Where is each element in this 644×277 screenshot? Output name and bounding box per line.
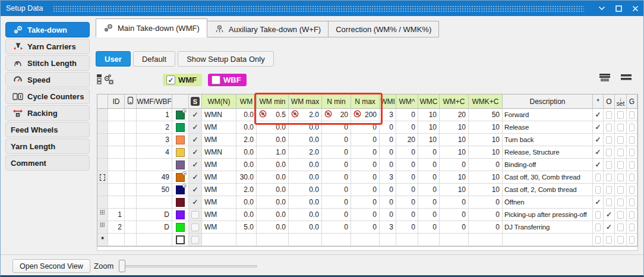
- col-header-id[interactable]: ID: [108, 95, 125, 109]
- cell-n_min[interactable]: 0: [322, 171, 351, 184]
- col-header-n_min[interactable]: N min: [322, 95, 351, 109]
- cell-desc[interactable]: Binding-off: [503, 159, 593, 171]
- cell-o[interactable]: [604, 159, 615, 171]
- cell-desc[interactable]: DJ Transferring: [503, 221, 593, 234]
- wmf-checkbox[interactable]: ✓: [166, 75, 175, 84]
- cell-dev[interactable]: [125, 146, 137, 159]
- cell-wm_min[interactable]: 0.0: [257, 209, 289, 221]
- cell-o[interactable]: [604, 109, 615, 121]
- cell-wm_min[interactable]: 0.0: [257, 184, 289, 196]
- cell-wm_c[interactable]: 10: [440, 121, 469, 134]
- cell-wmi[interactable]: [380, 234, 396, 246]
- cell-wm_c[interactable]: 10: [440, 184, 469, 196]
- cell-n_min[interactable]: 0: [322, 209, 351, 221]
- cell-wmn[interactable]: WM: [202, 159, 236, 171]
- col-header-star[interactable]: *: [593, 95, 604, 109]
- sidebar-item-speed[interactable]: Speed: [5, 72, 90, 87]
- cell-wmc[interactable]: 0: [418, 171, 440, 184]
- tab-auxiliary-take-down-w-f[interactable]: Auxiliary Take-down (W+F): [207, 21, 329, 37]
- column-config-icon[interactable]: [96, 74, 103, 87]
- cell-set[interactable]: [615, 184, 627, 196]
- cell-id[interactable]: [108, 109, 125, 121]
- cell-s[interactable]: ✓: [189, 146, 202, 159]
- cell-wm[interactable]: 0.0: [236, 196, 257, 209]
- row-selector[interactable]: [97, 221, 108, 234]
- row-selector[interactable]: [97, 196, 108, 209]
- cell-desc[interactable]: Release, Structure: [503, 146, 593, 159]
- cell-wmk_c[interactable]: 10: [469, 146, 503, 159]
- cell-s[interactable]: ✓: [189, 109, 202, 121]
- cell-wm_max[interactable]: 0.0: [289, 171, 322, 184]
- col-header-g[interactable]: G: [627, 95, 637, 109]
- cell-id[interactable]: [108, 134, 125, 146]
- cell-color[interactable]: [172, 121, 189, 134]
- cell-wmk_c[interactable]: 50: [469, 109, 503, 121]
- cell-n_max[interactable]: 0: [351, 209, 380, 221]
- row-selector[interactable]: [97, 109, 108, 121]
- cell-wm_min[interactable]: 0.0: [257, 171, 289, 184]
- cell-g[interactable]: [627, 146, 637, 159]
- cell-wm[interactable]: 2.0: [236, 184, 257, 196]
- col-header-wmi[interactable]: WMI: [380, 95, 396, 109]
- user-button[interactable]: User: [96, 51, 131, 67]
- cell-o[interactable]: [604, 134, 615, 146]
- sidebar-item-stitch-length[interactable]: Stitch Length: [5, 55, 90, 71]
- cell-n_max[interactable]: 0: [351, 159, 380, 171]
- col-header-set[interactable]: ↓set: [615, 95, 627, 109]
- default-button[interactable]: Default: [133, 51, 175, 67]
- cell-n_min[interactable]: 0: [322, 196, 351, 209]
- cell-n_min[interactable]: 0: [322, 221, 351, 234]
- cell-color[interactable]: [172, 184, 189, 196]
- cell-color[interactable]: [172, 171, 189, 184]
- cell-wm_c[interactable]: 10: [440, 134, 469, 146]
- cell-s[interactable]: [189, 209, 202, 221]
- cell-wmi[interactable]: 0: [380, 184, 396, 196]
- cell-wmfwbf[interactable]: 49: [137, 171, 172, 184]
- cell-id[interactable]: [108, 184, 125, 196]
- cell-o[interactable]: [604, 146, 615, 159]
- cell-set[interactable]: [615, 121, 627, 134]
- row-selector[interactable]: [97, 209, 108, 221]
- cell-set[interactable]: [615, 109, 627, 121]
- cell-set[interactable]: [615, 234, 627, 246]
- cell-wmn[interactable]: WMN: [202, 109, 236, 121]
- cell-color[interactable]: [172, 234, 189, 246]
- cell-wmc[interactable]: [418, 234, 440, 246]
- cell-wm_c[interactable]: 0: [440, 159, 469, 171]
- row-selector[interactable]: [97, 146, 108, 159]
- cell-dev[interactable]: [125, 221, 137, 234]
- cell-set[interactable]: [615, 134, 627, 146]
- cell-wm_c[interactable]: 0: [440, 196, 469, 209]
- cell-wmn[interactable]: WM: [202, 184, 236, 196]
- cell-n_max[interactable]: 0: [351, 146, 380, 159]
- cell-wmk_c[interactable]: 0: [469, 196, 503, 209]
- cell-wm_min[interactable]: 0.5: [257, 109, 289, 121]
- cell-wm_max[interactable]: 0.0: [289, 121, 322, 134]
- cell-wmc[interactable]: 0: [418, 159, 440, 171]
- cell-wmfwbf[interactable]: 2: [137, 121, 172, 134]
- col-header-desc[interactable]: Description: [503, 95, 593, 109]
- tab-main-take-down-wmf[interactable]: Main Take-down (WMF): [96, 18, 207, 37]
- cell-color[interactable]: [172, 209, 189, 221]
- cell-g[interactable]: [627, 209, 637, 221]
- cell-desc[interactable]: Release: [503, 121, 593, 134]
- cell-desc[interactable]: Öffnen: [503, 196, 593, 209]
- cell-id[interactable]: [108, 146, 125, 159]
- cell-wm_c[interactable]: 10: [440, 171, 469, 184]
- cell-wmn[interactable]: [202, 234, 236, 246]
- cell-wmfwbf[interactable]: 4: [137, 146, 172, 159]
- cell-wm_min[interactable]: 0.0: [257, 134, 289, 146]
- cell-wm_max[interactable]: 0.0: [289, 209, 322, 221]
- cell-wmi[interactable]: 3: [380, 109, 396, 121]
- cell-set[interactable]: [615, 159, 627, 171]
- cell-dev[interactable]: [125, 171, 137, 184]
- cell-color[interactable]: [172, 109, 189, 121]
- cell-wm_c[interactable]: 0: [440, 209, 469, 221]
- cell-id[interactable]: 2: [108, 221, 125, 234]
- collapse-button[interactable]: [594, 1, 610, 16]
- cell-desc[interactable]: Turn back: [503, 134, 593, 146]
- cell-wmfwbf[interactable]: 1: [137, 109, 172, 121]
- cell-dev[interactable]: [125, 159, 137, 171]
- wmf-filter[interactable]: ✓ WMF: [163, 74, 202, 86]
- cell-wm_up[interactable]: [396, 234, 418, 246]
